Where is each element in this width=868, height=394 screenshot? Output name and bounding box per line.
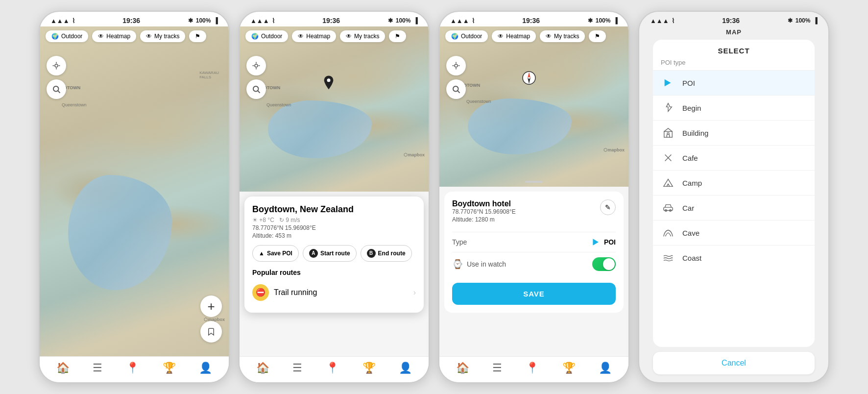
svg-point-7 (255, 64, 258, 67)
save-poi-button[interactable]: ▲ Save POI (252, 245, 299, 262)
poi-type-building[interactable]: Building (653, 120, 815, 145)
time-4: 19:36 (722, 17, 740, 25)
chip-heatmap-1[interactable]: 👁 Heatmap (92, 30, 136, 42)
begin-icon (661, 102, 675, 113)
poi-flag-icon-list (661, 77, 675, 88)
end-route-button[interactable]: B End route (361, 245, 412, 262)
bookmark-button-1[interactable] (200, 321, 222, 343)
chip-tracks-1[interactable]: 👁 My tracks (140, 30, 185, 42)
heatmap-icon-2: 👁 (298, 33, 304, 40)
chip-flag-3[interactable]: ⚑ (589, 30, 606, 42)
wifi-icon-4: ⌇ (672, 17, 675, 25)
status-bar-2: ▲▲▲ ⌇ 19:36 ✱ 100% ▐ (240, 12, 429, 26)
car-label: Car (682, 204, 694, 212)
map-marker-3 (522, 71, 536, 89)
weather-value: ☀ +8 °C (252, 217, 274, 223)
nav-profile-3[interactable]: 👤 (599, 362, 612, 374)
poi-type-cave[interactable]: Cave (653, 220, 815, 245)
poi-type-begin[interactable]: Begin (653, 95, 815, 120)
car-icon (661, 202, 675, 213)
edit-icon-button[interactable]: ✎ (600, 199, 616, 215)
screen-4: ▲▲▲ ⌇ 19:36 ✱ 100% ▐ MAP SELECT POI type (638, 11, 829, 383)
battery-icon-4: ▐ (813, 17, 818, 24)
nav-poi-2[interactable]: 📍 (326, 362, 339, 374)
cave-icon (661, 227, 675, 238)
poi-type-camp[interactable]: Camp (653, 170, 815, 195)
coast-icon (661, 252, 675, 263)
search-button-3[interactable] (446, 79, 466, 99)
info-coords: 78.77076°N 15.96908°E (252, 224, 416, 231)
locate-button-3[interactable] (446, 56, 466, 75)
chip-outdoor-2[interactable]: 🌍 Outdoor (245, 30, 288, 42)
map-area-3: 🌍 Outdoor 👁 Heatmap 👁 My tracks ⚑ (439, 26, 628, 187)
nav-profile-2[interactable]: 👤 (399, 362, 412, 374)
lake-3 (468, 98, 572, 154)
tracks-icon-2: 👁 (346, 33, 352, 40)
cafe-label: Cafe (682, 154, 698, 162)
mapbox-logo-3: ⬡mapbox (603, 148, 625, 152)
chip-flag-1[interactable]: ⚑ (189, 30, 206, 42)
nav-trophy-3[interactable]: 🏆 (562, 362, 576, 374)
panel-title: MAP (639, 26, 828, 40)
nav-menu-2[interactable]: ☰ (292, 362, 302, 374)
nav-poi-1[interactable]: 📍 (126, 362, 139, 374)
start-route-button[interactable]: A Start route (303, 245, 357, 262)
watch-icon: ⌚ (452, 259, 463, 270)
status-bar-3: ▲▲▲ ⌇ 19:36 ✱ 100% ▐ (439, 12, 628, 26)
chip-tracks-3[interactable]: 👁 My tracks (540, 30, 585, 42)
nav-profile-1[interactable]: 👤 (199, 362, 212, 374)
search-button-1[interactable] (47, 79, 66, 99)
chip-heatmap-3[interactable]: 👁 Heatmap (492, 30, 536, 42)
nav-menu-3[interactable]: ☰ (492, 362, 502, 374)
chip-outdoor-1[interactable]: 🌍 Outdoor (46, 30, 88, 42)
chip-outdoor-3[interactable]: 🌍 Outdoor (445, 30, 488, 42)
building-label: Building (682, 129, 708, 137)
add-button-1[interactable]: + (200, 296, 222, 317)
svg-point-0 (55, 64, 58, 67)
nav-menu-1[interactable]: ☰ (93, 362, 102, 374)
nav-trophy-2[interactable]: 🏆 (362, 362, 376, 374)
flag-chip-icon: ⚑ (195, 33, 200, 40)
poi-type-cafe[interactable]: Cafe (653, 145, 815, 170)
start-route-icon: A (309, 249, 318, 258)
bluetooth-icon-2: ✱ (388, 17, 393, 24)
watch-toggle[interactable] (592, 257, 616, 271)
info-card: Boydtown, New Zealand ☀ +8 °C ↻ 9 m/s 78… (244, 197, 424, 313)
map-chips-3: 🌍 Outdoor 👁 Heatmap 👁 My tracks ⚑ (439, 26, 628, 46)
status-bar-4: ▲▲▲ ⌇ 19:36 ✱ 100% ▐ (639, 12, 828, 26)
svg-point-20 (453, 86, 458, 92)
popular-item-trail[interactable]: ⛔ Trail running › (252, 280, 416, 305)
save-poi-icon: ▲ (259, 250, 265, 257)
nav-poi-3[interactable]: 📍 (526, 362, 539, 374)
nav-trophy-1[interactable]: 🏆 (163, 362, 176, 374)
nav-home-2[interactable]: 🏠 (256, 362, 269, 374)
search-button-2[interactable] (246, 79, 266, 99)
poi-type-coast[interactable]: Coast (653, 245, 815, 270)
signal-icon-3: ▲▲▲ (450, 17, 469, 25)
type-row[interactable]: Type POI (452, 232, 616, 252)
map-area-1: 🌍 Outdoor 👁 Heatmap 👁 My tracks ⚑ (40, 26, 229, 356)
end-route-icon: B (367, 249, 376, 258)
nav-home-3[interactable]: 🏠 (456, 362, 469, 374)
globe-icon: 🌍 (51, 33, 59, 40)
poi-type-car[interactable]: Car (653, 195, 815, 220)
screen-1: ▲▲▲ ⌇ 19:36 ✱ 100% ▐ 🌍 Outdoor 👁 (39, 11, 230, 383)
cancel-button[interactable]: Cancel (653, 352, 815, 374)
watch-row: ⌚ Use in watch (452, 252, 616, 276)
locate-button-2[interactable] (246, 56, 266, 75)
wifi-icon-2: ⌇ (272, 17, 275, 25)
info-meta: ☀ +8 °C ↻ 9 m/s (252, 217, 416, 223)
save-button[interactable]: SAVE (452, 283, 616, 305)
map-label-queenstown-2: Queenstown (266, 102, 291, 107)
flag-chip-icon-3: ⚑ (595, 33, 600, 40)
nav-home-1[interactable]: 🏠 (56, 362, 70, 374)
chip-flag-2[interactable]: ⚑ (389, 30, 406, 42)
chip-heatmap-2[interactable]: 👁 Heatmap (292, 30, 336, 42)
edit-title: Boydtown hotel (452, 199, 516, 208)
wifi-icon-3: ⌇ (472, 17, 475, 25)
poi-type-poi[interactable]: POI (653, 70, 815, 95)
edit-altitude: Altitude: 1280 m (452, 216, 516, 223)
chip-tracks-2[interactable]: 👁 My tracks (340, 30, 385, 42)
locate-button-1[interactable] (47, 56, 66, 75)
svg-line-31 (667, 184, 668, 187)
